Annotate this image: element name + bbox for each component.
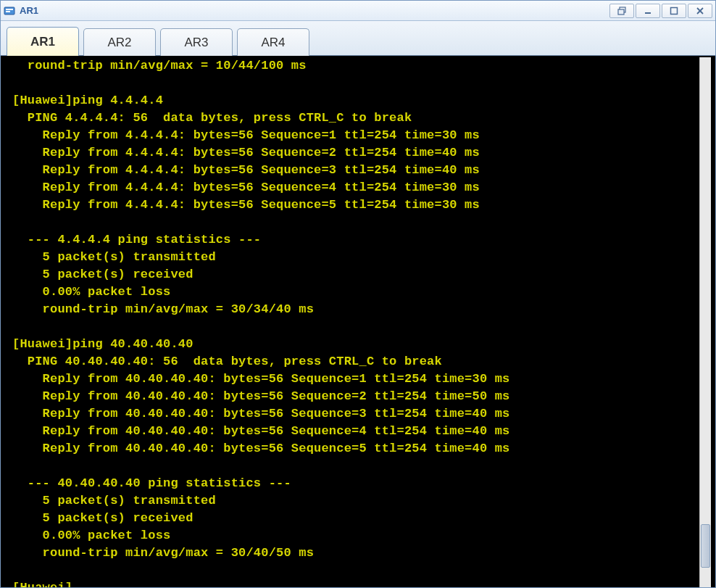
window-controls: [609, 4, 712, 18]
tab-ar1[interactable]: AR1: [7, 27, 79, 56]
scrollbar-thumb[interactable]: [701, 524, 710, 568]
tab-bar: AR1 AR2 AR3 AR4: [1, 21, 715, 56]
close-button[interactable]: [688, 4, 712, 18]
tab-label: AR4: [261, 36, 285, 50]
minimize-button[interactable]: [636, 4, 660, 18]
restore-down-button[interactable]: [609, 4, 634, 18]
title-left-group: AR1: [4, 5, 609, 17]
terminal-output[interactable]: round-trip min/avg/max = 10/44/100 ms [H…: [2, 57, 699, 587]
terminal-scrollbar[interactable]: [699, 57, 711, 587]
svg-rect-1: [6, 9, 13, 10]
tab-label: AR3: [184, 36, 208, 50]
window-title-bar: AR1: [1, 1, 715, 21]
window-title: AR1: [20, 5, 38, 16]
tab-ar4[interactable]: AR4: [237, 28, 309, 56]
tab-ar3[interactable]: AR3: [160, 28, 233, 56]
svg-rect-2: [6, 11, 10, 12]
svg-rect-4: [618, 9, 624, 15]
svg-rect-6: [671, 7, 678, 14]
tab-label: AR2: [107, 36, 131, 50]
tab-ar2[interactable]: AR2: [83, 28, 156, 56]
app-icon: [4, 5, 15, 17]
tab-label: AR1: [30, 35, 55, 49]
terminal-container: round-trip min/avg/max = 10/44/100 ms [H…: [1, 56, 715, 588]
maximize-button[interactable]: [662, 4, 686, 18]
